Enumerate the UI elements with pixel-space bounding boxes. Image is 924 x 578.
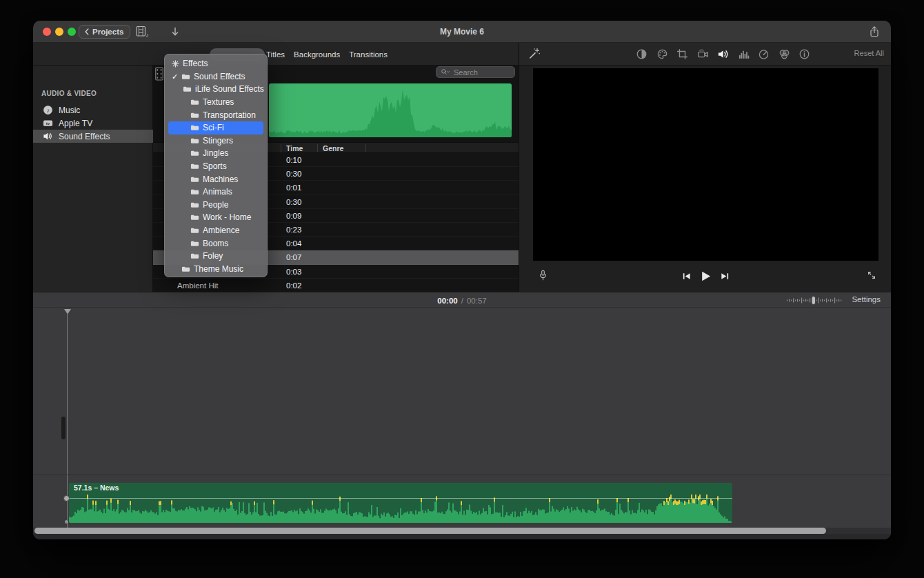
menu-item-sci-fi[interactable]: Sci-Fi [168,121,263,134]
crop-icon[interactable] [676,48,688,60]
menu-item-people[interactable]: People [168,199,263,212]
projects-label: Projects [92,28,123,36]
menu-item-ambience[interactable]: Ambience [168,224,263,237]
folder-icon [181,266,190,272]
menu-item-label: Textures [203,97,234,107]
menu-item-ilife-sound-effects[interactable]: iLife Sound Effects [168,83,263,96]
browser-tab-strip: TitlesBackgroundsTransitions [33,43,519,66]
menu-item-sound-effects[interactable]: ✓Sound Effects [168,70,263,83]
menu-item-label: Sports [203,161,227,171]
media-browser-icon[interactable]: ♪ [136,26,150,38]
settings-button[interactable]: Settings [852,295,881,303]
color-palette-icon[interactable] [656,48,668,60]
row-time: 0:30 [286,167,301,181]
menu-item-foley[interactable]: Foley [168,250,263,263]
column-divider[interactable] [317,144,318,152]
fullscreen-icon[interactable] [867,270,876,280]
timeline-zoom-slider[interactable] [786,296,843,305]
noise-reduction-icon[interactable] [738,48,750,60]
viewer-screen [533,68,878,261]
folder-icon [190,227,199,234]
menu-item-animals[interactable]: Animals [168,186,263,199]
folder-icon [190,150,199,157]
sidebar-item-sound-effects[interactable]: Sound Effects [33,130,153,143]
media-browser-pane: TitlesBackgroundsTransitions AUDIO & VID… [33,43,519,292]
timeline-toolbar: 00:00 / 00:57 Settings [33,292,891,308]
vertical-scrollbar-thumb[interactable] [61,417,66,439]
column-divider[interactable] [281,144,281,152]
search-icon [441,68,451,76]
menu-item-stingers[interactable]: Stingers [168,134,263,148]
total-time: 00:57 [467,297,487,305]
playhead-icon[interactable] [63,308,72,315]
row-name: Ambient Hit [177,279,218,292]
filters-icon[interactable] [779,48,790,60]
next-icon[interactable] [721,272,730,281]
menu-item-effects[interactable]: Effects [168,57,263,70]
appletv-icon: tv [43,118,53,128]
fade-handle-bottom[interactable] [65,520,68,524]
menu-item-label: Effects [183,59,208,68]
menu-item-transportation[interactable]: Transportation [168,108,263,121]
previous-icon[interactable] [682,272,691,281]
folder-icon [190,137,199,144]
fade-handle[interactable] [63,495,70,501]
menu-item-label: Foley [203,251,223,261]
timecode: 00:00 / 00:57 [33,292,891,308]
menu-item-label: Booms [203,239,228,248]
preview-waveform-graphic [269,83,512,137]
tab-backgrounds[interactable]: Backgrounds [294,50,340,59]
sidebar-item-apple-tv[interactable]: tvApple TV [33,117,153,130]
volume-icon[interactable] [717,48,729,60]
zoom-slider-thumb[interactable] [812,297,816,305]
column-divider[interactable] [365,144,366,152]
reset-all-button[interactable]: Reset All [854,49,884,57]
menu-item-label: Work - Home [203,212,251,222]
row-time: 0:02 [286,279,301,292]
menu-item-work---home[interactable]: Work - Home [168,211,263,224]
stabilization-icon[interactable] [697,48,709,60]
column-header-time[interactable]: Time [286,143,303,154]
folder-icon [190,252,199,259]
svg-text:♪: ♪ [145,32,149,38]
menu-item-label: Ambience [203,226,239,235]
menu-item-booms[interactable]: Booms [168,237,263,250]
search-input[interactable]: Search [436,66,515,78]
tab-titles[interactable]: Titles [266,50,285,59]
folder-icon [181,73,190,80]
column-header-genre[interactable]: Genre [323,143,343,154]
row-time: 0:30 [286,195,301,209]
svg-text:tv: tv [46,121,50,126]
menu-item-label: Sci-Fi [203,123,224,132]
folder-icon [190,214,199,221]
sound-preview-waveform[interactable] [269,83,512,137]
transport-controls [519,270,891,282]
menu-item-label: Stingers [203,136,233,146]
tab-transitions[interactable]: Transitions [349,50,388,59]
horizontal-scrollbar-thumb[interactable] [34,528,826,534]
volume-line[interactable] [69,498,732,499]
titlebar: My Movie 6 Projects ♪ [33,21,891,43]
projects-back-button[interactable]: Projects [79,25,130,39]
menu-item-sports[interactable]: Sports [168,160,263,173]
music-icon: ♪ [43,105,53,115]
color-balance-icon[interactable] [636,48,647,60]
audio-clip[interactable]: 57.1s – News [69,483,732,523]
share-icon[interactable] [869,26,880,39]
speaker-icon [43,131,53,141]
play-icon[interactable] [700,270,712,282]
menu-item-textures[interactable]: Textures [168,96,263,109]
timeline-divider [33,475,891,475]
menu-item-machines[interactable]: Machines [168,172,263,186]
menu-item-theme-music[interactable]: Theme Music [168,263,263,276]
enhance-wand-icon[interactable] [528,48,541,60]
menu-item-jingles[interactable]: Jingles [168,147,263,160]
sidebar-item-music[interactable]: ♪Music [33,103,153,117]
info-icon[interactable] [799,48,810,60]
sound-effect-row[interactable]: Ambient Hit0:02 [153,279,519,292]
time-separator: / [461,297,463,305]
speed-icon[interactable] [758,48,770,60]
import-arrow-icon[interactable] [170,26,181,38]
menu-item-label: People [203,200,228,210]
folder-icon [190,240,199,247]
